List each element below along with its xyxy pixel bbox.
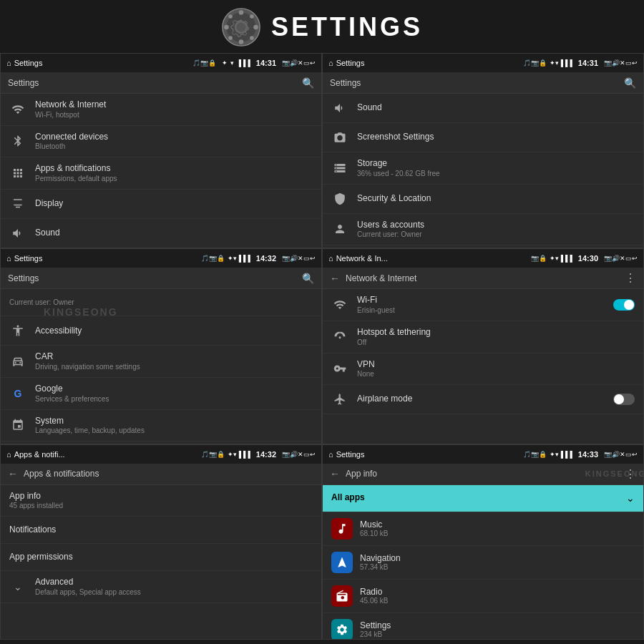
home-icon-br[interactable]: ⌂: [328, 450, 333, 459]
panel-settings-sound: ⌂ Settings 🎵📷🔒 ✦▾▐▐▐ 14:31 📷🔊✕▭↩ Setting…: [322, 53, 644, 248]
storage-icon: [331, 160, 348, 177]
panel-app-info: ⌂ Settings 🎵📷🔒 ✦▾▐▐▐ 14:33 📷🔊✕▭↩ ← App i…: [322, 444, 644, 640]
list-item-advanced[interactable]: ⌄ Advanced Default apps, Special app acc…: [1, 571, 321, 603]
list-item[interactable]: Sound: [323, 94, 643, 123]
search-icon-ml[interactable]: 🔍: [302, 273, 314, 284]
sound-icon-tr: [331, 99, 348, 117]
app-item-navigation[interactable]: Navigation 57.34 kB: [323, 546, 643, 580]
list-item[interactable]: Display: [1, 190, 321, 219]
item-subtitle: Driving, navigation some settings: [35, 363, 313, 371]
time-ml: 14:32: [256, 254, 276, 263]
app-list: Music 68.10 kB Navigation 57.34 kB Radio…: [323, 512, 643, 639]
list-item-notifications[interactable]: Notifications: [1, 517, 321, 544]
hotspot-subtitle: Off: [357, 338, 635, 347]
music-name: Music: [360, 519, 388, 530]
svg-point-4: [239, 10, 244, 15]
more-icon-br[interactable]: ⋮: [625, 467, 636, 481]
search-icon-tl[interactable]: 🔍: [302, 77, 314, 89]
svg-point-3: [236, 22, 245, 31]
time-br: 14:33: [578, 450, 598, 459]
status-bar-tr: ⌂ Settings 🎵📷🔒 ✦▾▐▐▐ 14:31 📷🔊✕▭↩: [323, 54, 643, 72]
wifi-toggle[interactable]: [613, 299, 635, 311]
list-item-car[interactable]: CAR Driving, navigation some settings: [1, 346, 321, 378]
app-item-settings[interactable]: Settings 234 kB: [323, 613, 643, 639]
app-item-radio[interactable]: Radio 45.06 kB: [323, 580, 643, 613]
list-item-hotspot[interactable]: Hotspot & tethering Off: [323, 321, 643, 353]
wifi-list-icon: [9, 101, 26, 118]
radio-name: Radio: [360, 587, 388, 597]
list-item[interactable]: Apps & notifications Permissions, defaul…: [1, 157, 321, 190]
item-title: System: [35, 416, 313, 427]
vpn-subtitle: None: [357, 370, 635, 379]
list-item[interactable]: Network & Internet Wi-Fi, hotspot: [1, 94, 321, 126]
music-app-icon: [331, 518, 353, 540]
home-icon-bl[interactable]: ⌂: [6, 450, 11, 459]
list-item[interactable]: Storage 36% used - 20.62 GB free: [323, 152, 643, 185]
settings-bar-tr: Settings 🔍: [323, 72, 643, 94]
home-icon[interactable]: ⌂: [6, 59, 11, 67]
home-icon-tr[interactable]: ⌂: [328, 59, 333, 67]
item-subtitle: 45 apps installed: [9, 502, 313, 510]
list-item-wifi[interactable]: Wi-Fi Erisin-guest: [323, 289, 643, 321]
svg-point-10: [250, 14, 254, 19]
item-title: Notifications: [9, 525, 313, 536]
music-size: 68.10 kB: [360, 530, 388, 537]
bluetooth-icon: [9, 132, 26, 150]
list-item-vpn[interactable]: VPN None: [323, 353, 643, 386]
gear-icon: [221, 7, 261, 47]
bt-icon: ✦: [222, 59, 228, 67]
settings-app-name: Settings: [360, 620, 391, 630]
list-item[interactable]: Connected devices Bluetooth: [1, 126, 321, 158]
navigation-app-icon: [331, 552, 353, 573]
list-item[interactable]: Sound: [1, 219, 321, 248]
list-item-google[interactable]: G Google Services & preferences: [1, 378, 321, 410]
users-icon: [331, 220, 348, 238]
status-icons-tr: 🎵📷🔒: [523, 59, 547, 67]
right-icons-tl: 📷🔊✕▭↩: [282, 59, 316, 67]
list-item-appinfo[interactable]: App info 45 apps installed: [1, 485, 321, 517]
settings-list-ml: Current user: Owner Accessibility CAR Dr…: [1, 289, 321, 443]
svg-point-13: [19, 362, 21, 364]
svg-point-8: [228, 14, 233, 19]
item-title: Connected devices: [35, 132, 313, 143]
list-item-airplane[interactable]: Airplane mode: [323, 385, 643, 414]
list-item-accessibility[interactable]: Accessibility: [1, 316, 321, 346]
item-title: Sound: [35, 228, 313, 239]
list-item[interactable]: Screenshot Settings: [323, 123, 643, 152]
app-item-music[interactable]: Music 68.10 kB: [323, 512, 643, 546]
panel-settings-accessibility: ⌂ Settings 🎵📷🔒 ✦▾▐▐▐ 14:32 📷🔊✕▭↩ Setting…: [0, 248, 322, 444]
item-title: Network & Internet: [35, 99, 313, 111]
status-bar-br: ⌂ Settings 🎵📷🔒 ✦▾▐▐▐ 14:33 📷🔊✕▭↩: [323, 445, 643, 464]
more-icon-mr[interactable]: ⋮: [625, 271, 636, 285]
time-mr: 14:30: [578, 254, 598, 263]
back-icon-mr[interactable]: ←: [330, 273, 340, 284]
radio-size: 45.06 kB: [360, 597, 388, 605]
airplane-title: Airplane mode: [357, 394, 605, 405]
status-bar-ml: ⌂ Settings 🎵📷🔒 ✦▾▐▐▐ 14:32 📷🔊✕▭↩: [1, 249, 321, 268]
apps-notif-list: App info 45 apps installed Notifications…: [1, 485, 321, 639]
all-apps-filter[interactable]: All apps ⌄: [323, 485, 643, 512]
list-item[interactable]: Users & accounts Current user: Owner: [323, 214, 643, 246]
security-icon: [331, 190, 348, 208]
back-icon-br[interactable]: ←: [330, 468, 340, 479]
list-item-permissions[interactable]: App permissions: [1, 544, 321, 571]
home-icon-mr[interactable]: ⌂: [328, 254, 333, 263]
airplane-toggle[interactable]: [613, 394, 635, 405]
list-item-system[interactable]: System Languages, time, backup, updates: [1, 410, 321, 442]
item-title: Storage: [357, 158, 635, 170]
status-bar-bl: ⌂ Apps & notifi... 🎵📷🔒 ✦▾▐▐▐ 14:32 📷🔊✕▭↩: [1, 445, 321, 464]
list-item[interactable]: Security & Location: [323, 185, 643, 214]
settings-bar-tl: Settings 🔍: [1, 72, 321, 94]
system-icon: [9, 416, 26, 434]
item-subtitle: Languages, time, backup, updates: [35, 426, 313, 435]
home-icon-ml[interactable]: ⌂: [6, 254, 11, 263]
app-name-bl: Apps & notifi...: [14, 450, 198, 459]
vpn-icon: [331, 360, 348, 377]
time-tr: 14:31: [578, 59, 598, 67]
navigation-name: Navigation: [360, 553, 401, 563]
settings-app-size: 234 kB: [360, 630, 391, 638]
back-icon-bl[interactable]: ←: [8, 468, 18, 479]
search-icon-tr[interactable]: 🔍: [624, 77, 636, 89]
page-header: SETTINGS: [0, 0, 644, 53]
item-subtitle: Permissions, default apps: [35, 175, 313, 183]
